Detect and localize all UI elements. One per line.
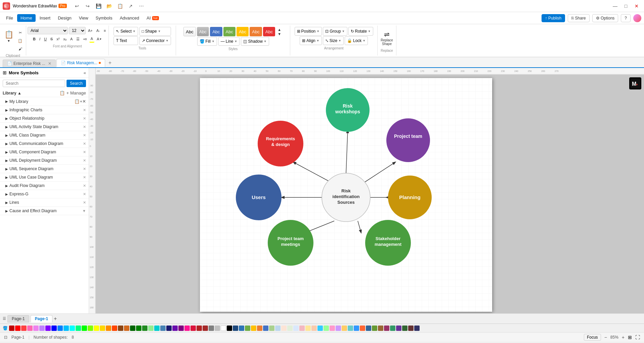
cut-btn[interactable]: ✂: [16, 29, 24, 36]
color-swatch[interactable]: [360, 326, 365, 331]
sidebar-item-uml-class[interactable]: ▶ UML Class Diagram ✕: [0, 131, 89, 140]
close-uml-comm[interactable]: ✕: [83, 142, 86, 146]
my-library-page-btn[interactable]: 📋: [74, 99, 80, 104]
color-swatch[interactable]: [178, 326, 184, 331]
share-btn[interactable]: ⎘ Share: [568, 14, 589, 22]
color-swatch[interactable]: [197, 326, 202, 331]
page-add-btn[interactable]: +: [54, 316, 57, 322]
sidebar-item-lines[interactable]: ▶ Lines ✕: [0, 198, 89, 207]
color-swatch[interactable]: [263, 326, 268, 331]
sidebar-collapse-btn[interactable]: «: [84, 70, 86, 75]
sidebar-item-express-g[interactable]: ▶ Express-G ✕: [0, 190, 89, 198]
zoom-out-btn[interactable]: −: [604, 335, 607, 340]
maximize-btn[interactable]: □: [621, 2, 631, 10]
library-add-to-page-btn[interactable]: 📋: [59, 90, 65, 96]
close-uml-deploy[interactable]: ✕: [83, 158, 86, 163]
styles-scroll-down[interactable]: ▼: [276, 32, 283, 36]
rotate-btn[interactable]: ↻ Rotate ▼: [348, 27, 373, 36]
color-swatch[interactable]: [384, 326, 389, 331]
color-swatch[interactable]: [293, 326, 299, 331]
color-swatch[interactable]: [408, 326, 414, 331]
line-btn[interactable]: — Line ▼: [218, 37, 240, 46]
close-express-g[interactable]: ✕: [83, 192, 86, 196]
focus-btn[interactable]: Focus: [584, 334, 601, 341]
color-swatch[interactable]: [245, 326, 250, 331]
node-project-team[interactable]: [386, 118, 430, 162]
menu-file[interactable]: File: [3, 14, 16, 22]
color-swatch[interactable]: [233, 326, 238, 331]
color-swatch[interactable]: [317, 326, 323, 331]
tab-risk-management[interactable]: 📄 Risk Managem...: [56, 59, 105, 67]
close-infographic[interactable]: ✕: [83, 108, 86, 112]
color-swatch[interactable]: [402, 326, 407, 331]
tab-enterprise-risk[interactable]: 📄 Enterprise Risk ... ✕: [3, 60, 56, 67]
sidebar-item-uml-sequence[interactable]: ▶ UML Sequence Diagram ✕: [0, 165, 89, 173]
color-swatch[interactable]: [57, 326, 63, 331]
color-swatch[interactable]: [51, 326, 57, 331]
color-swatch[interactable]: [414, 326, 420, 331]
sidebar-item-audit[interactable]: ▶ Audit Flow Diagram ✕: [0, 182, 89, 190]
palette-fill-btn[interactable]: 🪣: [3, 326, 8, 331]
italic-btn[interactable]: I: [38, 35, 42, 43]
color-swatch[interactable]: [354, 326, 359, 331]
color-swatch[interactable]: [311, 326, 317, 331]
lock-btn[interactable]: 🔒 Lock ▼: [345, 36, 368, 45]
sidebar-item-object-rel[interactable]: ▶ Object Relationship ✕: [0, 114, 89, 123]
position-btn[interactable]: ⊞ Position ▼: [295, 27, 322, 36]
color-swatch[interactable]: [287, 326, 293, 331]
shape-btn[interactable]: □ Shape ▼: [139, 27, 171, 36]
share-arrow-btn[interactable]: ↗: [126, 2, 135, 10]
close-object-rel[interactable]: ✕: [83, 116, 86, 121]
color-swatch[interactable]: [130, 326, 135, 331]
menu-design[interactable]: Design: [54, 14, 75, 22]
close-uml-component[interactable]: ✕: [83, 150, 86, 154]
font-increase-btn[interactable]: A+: [87, 27, 94, 34]
color-swatch[interactable]: [330, 326, 335, 331]
color-swatch[interactable]: [227, 326, 232, 331]
color-swatch[interactable]: [305, 326, 311, 331]
menu-symbols[interactable]: Symbols: [92, 14, 116, 22]
color-swatch[interactable]: [275, 326, 281, 331]
color-swatch[interactable]: [76, 326, 81, 331]
help-btn[interactable]: ?: [621, 14, 631, 22]
format-painter-btn[interactable]: 🖌: [16, 45, 24, 52]
sidebar-item-uml-activity[interactable]: ▶ UML Activity State Diagram ✕: [0, 123, 89, 131]
search-button[interactable]: Search: [67, 80, 86, 87]
options-btn[interactable]: ⚙ Options: [592, 14, 618, 22]
page-tab-selector-btn[interactable]: ☰: [3, 316, 6, 321]
select-btn[interactable]: ↖ Select ▼: [114, 27, 138, 36]
group-btn[interactable]: ⊡ Group ▼: [323, 27, 347, 36]
color-swatch[interactable]: [63, 326, 69, 331]
copy-btn[interactable]: 📋: [16, 37, 24, 44]
tab-close-1[interactable]: ✕: [48, 61, 51, 66]
sidebar-item-uml-comm[interactable]: ▶ UML Communication Diagram ✕: [0, 140, 89, 148]
underline-btn[interactable]: U: [43, 35, 48, 43]
color-swatch[interactable]: [100, 326, 105, 331]
color-swatch[interactable]: [9, 326, 14, 331]
sidebar-item-cause-effect[interactable]: ▶ Cause and Effect Diagram ▼: [0, 207, 89, 215]
color-swatch[interactable]: [299, 326, 305, 331]
style-swatch-3[interactable]: Abc: [210, 27, 222, 36]
color-swatch[interactable]: [257, 326, 262, 331]
color-swatch[interactable]: [203, 326, 208, 331]
connector-btn[interactable]: ↗ Connector ▼: [139, 36, 171, 45]
style-swatch-4[interactable]: Abc: [223, 27, 235, 36]
color-swatch[interactable]: [136, 326, 141, 331]
text-align-btn[interactable]: ≡: [102, 27, 107, 34]
color-swatch[interactable]: [348, 326, 353, 331]
menu-insert[interactable]: Insert: [36, 14, 54, 22]
color-swatch[interactable]: [39, 326, 45, 331]
my-library-close-btn[interactable]: ✕: [82, 99, 86, 104]
color-swatch[interactable]: [154, 326, 160, 331]
open-btn[interactable]: 📂: [104, 2, 114, 10]
color-swatch[interactable]: [124, 326, 129, 331]
align-btn[interactable]: ⊞ Align ▼: [300, 36, 322, 45]
menu-home[interactable]: Home: [17, 14, 36, 22]
my-library-add-btn[interactable]: +: [80, 99, 82, 104]
menu-advanced[interactable]: Advanced: [116, 14, 142, 22]
page-tab-1[interactable]: Page-1: [7, 315, 29, 322]
fullscreen-btn[interactable]: ⛶: [635, 335, 640, 340]
style-swatch-2[interactable]: Abc: [197, 27, 209, 36]
menu-ai[interactable]: AI hot: [143, 14, 162, 22]
color-swatch[interactable]: [190, 326, 196, 331]
